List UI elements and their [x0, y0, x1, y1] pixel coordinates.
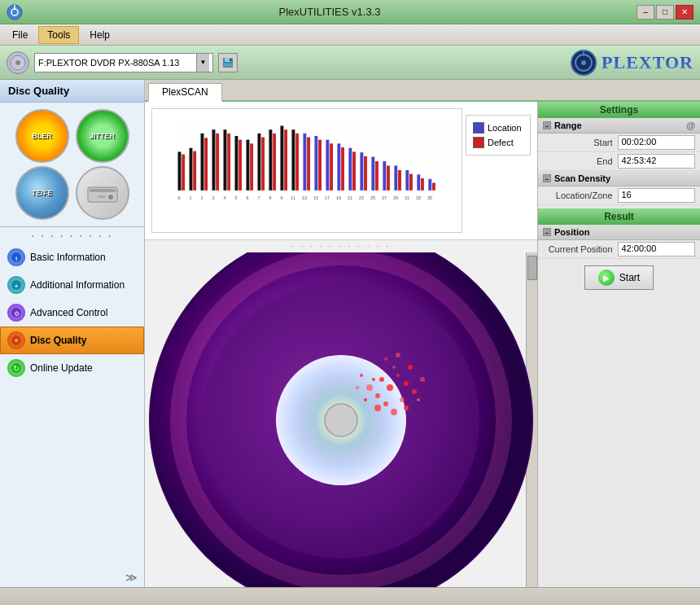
svg-text:4: 4 — [224, 195, 226, 200]
start-button[interactable]: ▶ Start — [584, 265, 654, 290]
svg-point-126 — [392, 366, 396, 369]
nav-icon-advanced: ⚙ — [7, 304, 25, 322]
drive-icon — [7, 51, 29, 74]
svg-rect-16 — [98, 195, 106, 198]
bar-group-4 — [224, 129, 231, 191]
svg-rect-65 — [291, 129, 295, 191]
svg-rect-48 — [193, 151, 196, 191]
start-label-text: Start — [619, 272, 640, 283]
svg-point-139 — [417, 398, 420, 401]
disc-svg — [146, 252, 536, 587]
center-content: 16 14 12 10 8 6 4 2 0 — [145, 102, 537, 587]
range-collapse-btn[interactable]: – — [543, 121, 551, 129]
bar-group-19 — [394, 166, 401, 191]
drive-label: F:PLEXTOR DVDR PX-880SA 1.13 — [38, 58, 179, 68]
sidebar-item-disc-quality[interactable]: Disc Quality — [0, 327, 144, 354]
main-layout: Disc Quality BLER JITTER TE/FE — [0, 80, 700, 587]
menu-item-tools[interactable]: Tools — [38, 26, 79, 44]
svg-text:21: 21 — [348, 195, 352, 200]
window-controls: – □ ✕ — [637, 5, 693, 20]
legend-defect-label: Defect — [488, 138, 514, 147]
svg-text:1: 1 — [190, 195, 192, 200]
location-zone-value[interactable]: 16 — [618, 188, 696, 203]
drive-button[interactable] — [76, 166, 129, 220]
svg-text:5: 5 — [235, 195, 238, 200]
nav-icon-online-update: ↻ — [7, 359, 25, 377]
svg-rect-61 — [269, 129, 272, 191]
sidebar-item-online-update[interactable]: ↻ Online Update — [0, 354, 144, 382]
svg-text:8: 8 — [269, 195, 272, 200]
svg-rect-90 — [432, 182, 435, 190]
minimize-button[interactable]: – — [637, 5, 654, 20]
jitter-button[interactable]: JITTER — [76, 109, 129, 163]
sidebar-item-basic-information[interactable]: i Basic Information — [0, 243, 144, 271]
tab-bar: PlexSCAN — [145, 80, 700, 102]
sidebar-header: Disc Quality — [0, 80, 144, 103]
location-zone-label: Location/Zone — [543, 191, 618, 200]
chart-container: 16 14 12 10 8 6 4 2 0 — [145, 102, 537, 240]
nav-icon-basic: i — [7, 248, 25, 266]
svg-point-15 — [108, 195, 113, 199]
svg-text:↻: ↻ — [13, 364, 20, 373]
save-button[interactable] — [218, 53, 238, 72]
start-label: Start — [543, 138, 618, 147]
svg-point-11 — [581, 60, 586, 65]
bar-group-17 — [371, 157, 378, 191]
bar-group-3 — [212, 129, 220, 191]
main-content-split: 16 14 12 10 8 6 4 2 0 — [145, 102, 700, 587]
drive-selector[interactable]: F:PLEXTOR DVDR PX-880SA 1.13 ▼ — [34, 53, 213, 72]
tefe-button[interactable]: TE/FE — [15, 166, 69, 220]
bar-group-2 — [201, 134, 208, 191]
end-value[interactable]: 42:53:42 — [618, 154, 696, 169]
position-collapse-btn[interactable]: – — [543, 228, 551, 236]
bler-button[interactable]: BLER — [15, 109, 69, 163]
close-button[interactable]: ✕ — [676, 5, 693, 20]
plextor-logo-text: PLEXTOR — [602, 52, 693, 73]
at-icon: @ — [686, 121, 695, 130]
start-value[interactable]: 00:02:00 — [618, 135, 696, 150]
start-icon: ▶ — [598, 270, 615, 286]
disc-visualization — [146, 252, 536, 587]
svg-rect-53 — [224, 129, 227, 191]
app-title: PlexUTILITIES v1.3.3 — [23, 6, 637, 18]
svg-rect-69 — [314, 136, 317, 191]
menu-item-file[interactable]: File — [3, 26, 37, 44]
menu-item-help[interactable]: Help — [81, 26, 119, 44]
chart-svg: 16 14 12 10 8 6 4 2 0 — [177, 116, 455, 216]
svg-point-130 — [374, 405, 381, 411]
content-area: PlexSCAN — [145, 80, 700, 587]
svg-rect-80 — [375, 161, 378, 191]
svg-rect-51 — [212, 129, 216, 191]
svg-rect-55 — [235, 136, 238, 191]
svg-point-123 — [404, 381, 409, 386]
svg-rect-45 — [178, 151, 182, 190]
svg-text:27: 27 — [382, 195, 387, 200]
restore-button[interactable]: □ — [656, 5, 674, 20]
svg-text:0: 0 — [178, 195, 181, 200]
svg-rect-73 — [337, 143, 340, 191]
plextor-logo-icon — [571, 50, 597, 76]
sidebar-item-advanced-control[interactable]: ⚙ Advanced Control — [0, 299, 144, 327]
svg-text:11: 11 — [291, 195, 295, 200]
svg-text:35: 35 — [427, 195, 432, 200]
tab-plexscan[interactable]: PlexSCAN — [148, 83, 222, 102]
svg-text:6: 6 — [247, 195, 249, 200]
bler-label: BLER — [32, 132, 52, 140]
location-zone-row: Location/Zone 16 — [538, 186, 700, 205]
position-label: Position — [554, 227, 589, 237]
legend-location: Location — [473, 122, 522, 134]
sidebar-expand-arrow[interactable]: ≫ — [0, 568, 144, 587]
svg-rect-72 — [330, 143, 333, 191]
legend-defect-color — [473, 137, 484, 148]
chart-dotted-separator: · · · · · · · · · · · — [145, 240, 537, 252]
drive-svg-icon — [86, 181, 119, 205]
svg-rect-63 — [280, 126, 283, 191]
svg-point-125 — [383, 401, 388, 406]
drive-dropdown-arrow[interactable]: ▼ — [196, 54, 209, 72]
end-row: End 42:53:42 — [538, 152, 700, 171]
svg-text:29: 29 — [393, 195, 398, 200]
svg-text:13: 13 — [302, 195, 307, 200]
sidebar-item-additional-information[interactable]: + Additional Information — [0, 271, 144, 299]
scan-density-collapse-btn[interactable]: – — [543, 174, 551, 182]
svg-rect-71 — [326, 140, 329, 191]
